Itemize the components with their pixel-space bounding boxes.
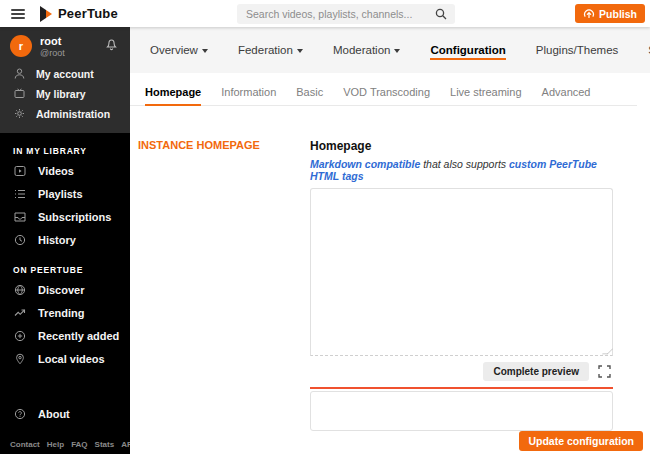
footer-link-help[interactable]: Help: [47, 440, 64, 449]
sidebar-item-label: Local videos: [38, 353, 105, 365]
user-handle: @root: [40, 48, 65, 58]
playlist-icon: [13, 188, 26, 200]
tab-live-streaming[interactable]: Live streaming: [450, 86, 522, 105]
question-circle-icon: [13, 408, 26, 420]
editor-divider: [310, 387, 613, 389]
footer-link-contact[interactable]: Contact: [10, 440, 40, 449]
admin-nav-moderation[interactable]: Moderation: [333, 40, 401, 60]
sidebar-footer-links: Contact Help FAQ Stats API: [0, 440, 130, 449]
admin-nav-label: Configuration: [430, 44, 505, 56]
search-input[interactable]: [237, 8, 435, 20]
chevron-down-icon: [394, 49, 400, 53]
admin-nav-configuration[interactable]: Configuration: [430, 40, 505, 60]
tab-advanced[interactable]: Advanced: [542, 86, 591, 105]
admin-nav-label: Federation: [238, 44, 293, 56]
homepage-textarea[interactable]: [310, 188, 613, 356]
sidebar-item-label: Recently added: [38, 330, 119, 342]
user-row[interactable]: r root @root: [0, 27, 130, 64]
sidebar-item-label: Playlists: [38, 188, 83, 200]
admin-nav-federation[interactable]: Federation: [238, 40, 303, 60]
plus-circle-icon: [13, 330, 26, 342]
main-content: Homepage Information Basic VOD Transcodi…: [130, 73, 650, 454]
sidebar-item-label: About: [38, 408, 70, 420]
sidebar-item-label: My account: [36, 68, 94, 80]
sidebar-item-label: Subscriptions: [38, 211, 111, 223]
sidebar-item-playlists[interactable]: Playlists: [0, 183, 130, 206]
update-configuration-button[interactable]: Update configuration: [519, 431, 643, 451]
homepage-form: INSTANCE HOMEPAGE Homepage Markdown comp…: [130, 139, 650, 431]
upload-icon: [583, 8, 595, 20]
map-pin-icon: [13, 353, 26, 365]
markdown-hint: Markdown compatible that also supports c…: [310, 158, 613, 182]
footer-link-stats[interactable]: Stats: [95, 440, 115, 449]
sidebar-item-administration[interactable]: Administration: [0, 104, 130, 124]
sidebar: r root @root My account: [0, 27, 130, 454]
sidebar-item-label: Trending: [38, 307, 84, 319]
admin-nav-overview[interactable]: Overview: [150, 40, 208, 60]
sidebar-item-label: Discover: [38, 284, 84, 296]
sidebar-item-subscriptions[interactable]: Subscriptions: [0, 206, 130, 229]
publish-label: Publish: [599, 8, 637, 20]
search-icon[interactable]: [435, 8, 447, 20]
tab-basic[interactable]: Basic: [296, 86, 323, 105]
globe-icon: [13, 284, 26, 296]
history-clock-icon: [13, 234, 26, 246]
sidebar-item-my-account[interactable]: My account: [0, 64, 130, 84]
search-box: [237, 4, 455, 24]
person-icon: [13, 68, 26, 79]
sidebar-item-videos[interactable]: Videos: [0, 160, 130, 183]
publish-button[interactable]: Publish: [575, 4, 645, 23]
peertube-logo-icon: [39, 6, 53, 22]
menu-toggle-icon[interactable]: [11, 9, 25, 19]
sidebar-item-history[interactable]: History: [0, 229, 130, 252]
hint-text: that also supports: [420, 158, 509, 170]
admin-nav-label: Overview: [150, 44, 198, 56]
sidebar-item-label: History: [38, 234, 76, 246]
chevron-down-icon: [297, 49, 303, 53]
trending-up-icon: [13, 307, 26, 319]
sidebar-item-my-library[interactable]: My library: [0, 84, 130, 104]
config-tabs: Homepage Information Basic VOD Transcodi…: [130, 86, 637, 106]
sidebar-item-about[interactable]: About: [0, 403, 130, 426]
preview-toolbar: Complete preview: [310, 356, 613, 387]
inbox-icon: [13, 211, 26, 223]
admin-nav: Overview Federation Moderation Configura…: [130, 27, 650, 73]
avatar[interactable]: r: [10, 35, 32, 57]
app-title: PeerTube: [58, 6, 118, 21]
sidebar-item-trending[interactable]: Trending: [0, 302, 130, 325]
gear-icon: [13, 108, 26, 119]
footer-link-api[interactable]: API: [121, 440, 130, 449]
sidebar-item-recently-added[interactable]: Recently added: [0, 325, 130, 348]
peertube-logo[interactable]: PeerTube: [39, 6, 118, 22]
section-header-on-peertube: ON PEERTUBE: [13, 265, 130, 275]
markdown-editor: Complete preview: [310, 188, 613, 431]
tab-homepage[interactable]: Homepage: [145, 86, 201, 106]
account-block: r root @root My account: [0, 27, 130, 133]
chevron-down-icon: [202, 49, 208, 53]
sidebar-item-label: Administration: [36, 108, 110, 120]
footer-link-faq[interactable]: FAQ: [71, 440, 87, 449]
section-header-in-my-library: IN MY LIBRARY: [13, 146, 130, 156]
sidebar-item-label: My library: [36, 88, 86, 100]
admin-nav-label: Plugins/Themes: [536, 44, 618, 56]
admin-nav-plugins-themes[interactable]: Plugins/Themes: [536, 40, 618, 60]
sidebar-item-discover[interactable]: Discover: [0, 279, 130, 302]
user-name: root: [40, 35, 65, 48]
markdown-compatible-link[interactable]: Markdown compatible: [310, 158, 420, 170]
library-icon: [13, 88, 26, 99]
section-title: INSTANCE HOMEPAGE: [138, 139, 310, 151]
complete-preview-button[interactable]: Complete preview: [483, 362, 589, 381]
top-bar: PeerTube Publish: [0, 0, 650, 27]
homepage-field-label: Homepage: [310, 139, 613, 153]
tab-vod-transcoding[interactable]: VOD Transcoding: [343, 86, 430, 105]
admin-nav-label: Moderation: [333, 44, 391, 56]
sidebar-item-label: Videos: [38, 165, 74, 177]
video-icon: [13, 165, 26, 177]
notifications-bell-icon[interactable]: [105, 37, 118, 51]
sidebar-item-local-videos[interactable]: Local videos: [0, 348, 130, 371]
preview-area: [310, 391, 613, 431]
tab-information[interactable]: Information: [221, 86, 276, 105]
fullscreen-icon[interactable]: [598, 365, 611, 378]
